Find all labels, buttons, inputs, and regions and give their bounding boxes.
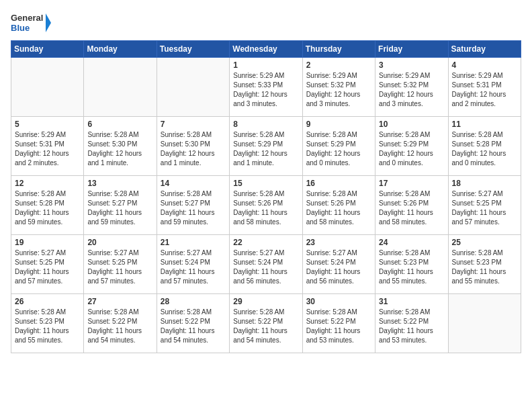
day-info: Sunrise: 5:28 AMSunset: 5:28 PMDaylight:…: [452, 130, 517, 168]
calendar-cell: 4Sunrise: 5:29 AMSunset: 5:31 PMDaylight…: [448, 58, 521, 117]
day-info: Sunrise: 5:28 AMSunset: 5:23 PMDaylight:…: [452, 248, 517, 286]
day-info: Sunrise: 5:27 AMSunset: 5:25 PMDaylight:…: [452, 189, 517, 227]
calendar-cell: 28Sunrise: 5:28 AMSunset: 5:22 PMDayligh…: [157, 294, 229, 353]
weekday-header-thursday: Thursday: [302, 41, 375, 58]
day-number: 5: [15, 120, 80, 129]
weekday-header-tuesday: Tuesday: [157, 41, 229, 58]
calendar-cell: 18Sunrise: 5:27 AMSunset: 5:25 PMDayligh…: [448, 176, 521, 235]
svg-text:General: General: [11, 13, 43, 23]
weekday-header-row: SundayMondayTuesdayWednesdayThursdayFrid…: [11, 41, 521, 58]
calendar-cell: 29Sunrise: 5:28 AMSunset: 5:22 PMDayligh…: [230, 294, 302, 353]
weekday-header-saturday: Saturday: [448, 41, 521, 58]
day-number: 16: [306, 179, 371, 188]
day-info: Sunrise: 5:29 AMSunset: 5:33 PMDaylight:…: [233, 71, 298, 109]
calendar-cell: 11Sunrise: 5:28 AMSunset: 5:28 PMDayligh…: [448, 117, 521, 176]
day-number: 19: [15, 238, 80, 247]
calendar-cell: 27Sunrise: 5:28 AMSunset: 5:22 PMDayligh…: [84, 294, 157, 353]
weekday-header-monday: Monday: [84, 41, 157, 58]
calendar-cell: 22Sunrise: 5:27 AMSunset: 5:24 PMDayligh…: [230, 235, 302, 294]
day-info: Sunrise: 5:27 AMSunset: 5:25 PMDaylight:…: [15, 248, 80, 286]
day-info: Sunrise: 5:28 AMSunset: 5:26 PMDaylight:…: [306, 189, 371, 227]
day-info: Sunrise: 5:28 AMSunset: 5:29 PMDaylight:…: [233, 130, 298, 168]
day-info: Sunrise: 5:28 AMSunset: 5:22 PMDaylight:…: [379, 308, 444, 345]
day-number: 12: [15, 179, 80, 188]
day-info: Sunrise: 5:28 AMSunset: 5:26 PMDaylight:…: [379, 189, 444, 227]
day-number: 30: [306, 297, 371, 306]
calendar-cell: 16Sunrise: 5:28 AMSunset: 5:26 PMDayligh…: [302, 176, 375, 235]
calendar-cell: 13Sunrise: 5:28 AMSunset: 5:27 PMDayligh…: [84, 176, 157, 235]
day-number: 15: [233, 179, 298, 188]
day-number: 18: [452, 179, 517, 188]
day-info: Sunrise: 5:28 AMSunset: 5:26 PMDaylight:…: [233, 189, 298, 227]
day-number: 6: [87, 120, 152, 129]
weekday-header-wednesday: Wednesday: [230, 41, 302, 58]
day-number: 24: [379, 238, 444, 247]
day-number: 25: [452, 238, 517, 247]
week-row-1: 5Sunrise: 5:29 AMSunset: 5:31 PMDaylight…: [11, 117, 521, 176]
calendar-cell: 24Sunrise: 5:28 AMSunset: 5:23 PMDayligh…: [375, 235, 448, 294]
day-info: Sunrise: 5:28 AMSunset: 5:22 PMDaylight:…: [87, 308, 152, 345]
day-info: Sunrise: 5:27 AMSunset: 5:25 PMDaylight:…: [87, 248, 152, 286]
day-info: Sunrise: 5:27 AMSunset: 5:24 PMDaylight:…: [306, 248, 371, 286]
day-number: 29: [233, 297, 298, 306]
day-number: 27: [87, 297, 152, 306]
day-info: Sunrise: 5:28 AMSunset: 5:22 PMDaylight:…: [161, 308, 226, 345]
day-number: 8: [233, 120, 298, 129]
day-number: 13: [87, 179, 152, 188]
calendar-cell: 7Sunrise: 5:28 AMSunset: 5:30 PMDaylight…: [157, 117, 229, 176]
calendar-cell: 14Sunrise: 5:28 AMSunset: 5:27 PMDayligh…: [157, 176, 229, 235]
week-row-2: 12Sunrise: 5:28 AMSunset: 5:28 PMDayligh…: [11, 176, 521, 235]
calendar-cell: 19Sunrise: 5:27 AMSunset: 5:25 PMDayligh…: [11, 235, 84, 294]
day-info: Sunrise: 5:28 AMSunset: 5:29 PMDaylight:…: [306, 130, 371, 168]
day-info: Sunrise: 5:28 AMSunset: 5:27 PMDaylight:…: [87, 189, 152, 227]
calendar-cell: 8Sunrise: 5:28 AMSunset: 5:29 PMDaylight…: [230, 117, 302, 176]
day-number: 28: [161, 297, 226, 306]
day-number: 10: [379, 120, 444, 129]
calendar-cell: 3Sunrise: 5:29 AMSunset: 5:32 PMDaylight…: [375, 58, 448, 117]
calendar-cell: 23Sunrise: 5:27 AMSunset: 5:24 PMDayligh…: [302, 235, 375, 294]
svg-text:Blue: Blue: [11, 23, 30, 33]
day-info: Sunrise: 5:28 AMSunset: 5:30 PMDaylight:…: [161, 130, 226, 168]
day-number: 20: [87, 238, 152, 247]
weekday-header-sunday: Sunday: [11, 41, 84, 58]
day-info: Sunrise: 5:28 AMSunset: 5:28 PMDaylight:…: [15, 189, 80, 227]
calendar-cell: 20Sunrise: 5:27 AMSunset: 5:25 PMDayligh…: [84, 235, 157, 294]
day-info: Sunrise: 5:28 AMSunset: 5:23 PMDaylight:…: [379, 248, 444, 286]
day-info: Sunrise: 5:28 AMSunset: 5:29 PMDaylight:…: [379, 130, 444, 168]
day-number: 9: [306, 120, 371, 129]
week-row-4: 26Sunrise: 5:28 AMSunset: 5:23 PMDayligh…: [11, 294, 521, 353]
calendar-cell: 6Sunrise: 5:28 AMSunset: 5:30 PMDaylight…: [84, 117, 157, 176]
day-number: 4: [452, 60, 517, 70]
calendar-cell: 26Sunrise: 5:28 AMSunset: 5:23 PMDayligh…: [11, 294, 84, 353]
day-info: Sunrise: 5:28 AMSunset: 5:22 PMDaylight:…: [306, 308, 371, 345]
calendar-cell: [11, 58, 84, 117]
week-row-0: 1Sunrise: 5:29 AMSunset: 5:33 PMDaylight…: [11, 58, 521, 117]
week-row-3: 19Sunrise: 5:27 AMSunset: 5:25 PMDayligh…: [11, 235, 521, 294]
day-info: Sunrise: 5:29 AMSunset: 5:32 PMDaylight:…: [379, 71, 444, 109]
weekday-header-friday: Friday: [375, 41, 448, 58]
calendar-cell: 9Sunrise: 5:28 AMSunset: 5:29 PMDaylight…: [302, 117, 375, 176]
day-number: 17: [379, 179, 444, 188]
calendar-cell: 12Sunrise: 5:28 AMSunset: 5:28 PMDayligh…: [11, 176, 84, 235]
day-number: 23: [306, 238, 371, 247]
calendar-cell: 25Sunrise: 5:28 AMSunset: 5:23 PMDayligh…: [448, 235, 521, 294]
calendar-cell: 31Sunrise: 5:28 AMSunset: 5:22 PMDayligh…: [375, 294, 448, 353]
calendar-cell: 10Sunrise: 5:28 AMSunset: 5:29 PMDayligh…: [375, 117, 448, 176]
day-info: Sunrise: 5:29 AMSunset: 5:31 PMDaylight:…: [15, 130, 80, 168]
day-number: 22: [233, 238, 298, 247]
day-number: 14: [161, 179, 226, 188]
day-number: 3: [379, 60, 444, 70]
calendar-cell: [157, 58, 229, 117]
day-info: Sunrise: 5:28 AMSunset: 5:22 PMDaylight:…: [233, 308, 298, 345]
calendar-cell: [448, 294, 521, 353]
day-info: Sunrise: 5:28 AMSunset: 5:27 PMDaylight:…: [161, 189, 226, 227]
logo: GeneralBlue: [11, 11, 51, 35]
day-info: Sunrise: 5:29 AMSunset: 5:31 PMDaylight:…: [452, 71, 517, 109]
calendar-cell: 15Sunrise: 5:28 AMSunset: 5:26 PMDayligh…: [230, 176, 302, 235]
calendar-cell: 1Sunrise: 5:29 AMSunset: 5:33 PMDaylight…: [230, 58, 302, 117]
day-number: 21: [161, 238, 226, 247]
calendar-cell: 17Sunrise: 5:28 AMSunset: 5:26 PMDayligh…: [375, 176, 448, 235]
day-number: 31: [379, 297, 444, 306]
page-header: GeneralBlue: [11, 11, 521, 35]
day-number: 11: [452, 120, 517, 129]
